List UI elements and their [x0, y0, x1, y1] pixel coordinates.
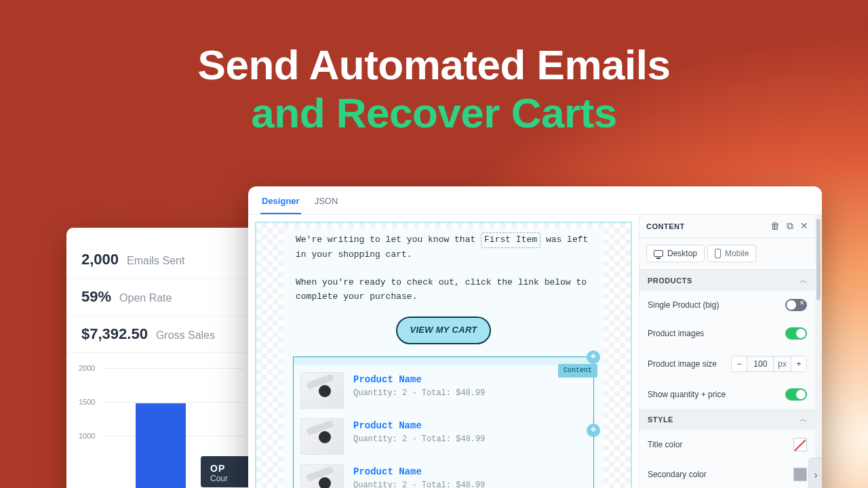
section-style-header[interactable]: STYLE ︿: [639, 409, 815, 430]
view-my-cart-button[interactable]: VIEW MY CART: [396, 317, 491, 344]
product-row[interactable]: Product Name Quantity: 2 - Total: $48.99: [294, 411, 593, 458]
toggle-product-images[interactable]: [785, 327, 807, 340]
stat-gross-sales: $7,392.50 Gross Sales: [66, 316, 256, 353]
product-title: Product Name: [353, 464, 485, 479]
stepper-minus-button[interactable]: −: [732, 357, 747, 371]
stat-label: Open Rate: [119, 292, 172, 304]
chevron-up-icon: ︿: [800, 414, 808, 424]
product-meta: Quantity: 2 - Total: $48.99: [353, 479, 485, 488]
duplicate-icon[interactable]: ⧉: [787, 220, 793, 232]
label: Secondary color: [648, 470, 707, 479]
device-desktop-button[interactable]: Desktop: [646, 245, 705, 262]
product-title: Product Name: [353, 372, 485, 387]
stat-label: Gross Sales: [156, 329, 215, 342]
label: STYLE: [648, 415, 673, 424]
control-product-image-size: Product image size − 100 px +: [639, 348, 815, 380]
color-swatch-secondary[interactable]: [793, 468, 807, 481]
control-show-qty-price: Show quantity + price: [639, 380, 815, 409]
move-handle-icon[interactable]: ✥: [587, 350, 600, 364]
y-tick: 1500: [79, 398, 95, 406]
stepper-value[interactable]: 100: [747, 357, 774, 371]
close-icon[interactable]: ✕: [800, 220, 808, 232]
device-mobile-button[interactable]: Mobile: [707, 245, 756, 262]
merge-token-first-item[interactable]: First Item: [481, 232, 540, 248]
label: Desktop: [667, 249, 697, 258]
tooltip-title: OP: [210, 463, 251, 474]
email-body[interactable]: We're writing to let you know that First…: [283, 228, 604, 488]
chart-bar: [136, 403, 186, 488]
section-products-header[interactable]: PRODUCTS ︿: [639, 270, 815, 291]
device-toggle: Desktop Mobile: [639, 238, 815, 270]
email-paragraph: We're writing to let you know that First…: [296, 232, 591, 262]
headline-line-1: Send Automated Emails: [198, 41, 671, 88]
designer-panel: Designer JSON We're writing to let you k…: [248, 186, 822, 488]
stat-open-rate: 59% Open Rate: [66, 279, 256, 316]
product-title: Product Name: [353, 418, 485, 433]
marketing-headline: Send Automated Emails and Recover Carts: [0, 41, 868, 138]
control-single-product: Single Product (big): [639, 291, 815, 319]
image-size-stepper: − 100 px +: [731, 356, 807, 372]
color-swatch-title[interactable]: [793, 438, 807, 451]
product-thumbnail: [300, 464, 344, 488]
stat-value: 2,000: [81, 251, 119, 268]
designer-tabs: Designer JSON: [248, 186, 822, 215]
stepper-unit: px: [774, 357, 791, 371]
headline-line-2: and Recover Carts: [251, 89, 616, 136]
label: Single Product (big): [648, 300, 719, 310]
stat-value: 59%: [81, 288, 111, 306]
control-secondary-color: Secondary color: [639, 460, 815, 488]
bar-chart: 2000 1500 1000 OP Cour: [79, 363, 244, 488]
label: Show quantity + price: [648, 390, 726, 399]
tooltip-sub: Cour: [210, 474, 251, 483]
label: PRODUCTS: [648, 277, 692, 285]
stats-card: 2,000 Emails Sent 59% Open Rate $7,392.5…: [66, 228, 256, 488]
control-product-images: Product images: [639, 319, 815, 348]
label: Product images: [648, 329, 704, 338]
scrollbar-thumb[interactable]: [816, 219, 821, 300]
y-tick: 2000: [79, 364, 95, 372]
desktop-icon: [654, 250, 663, 257]
collapse-sidebar-button[interactable]: ›: [808, 458, 822, 488]
canvas-column: We're writing to let you know that First…: [248, 215, 639, 488]
sidebar-title: CONTENT: [646, 222, 685, 230]
mobile-icon: [715, 249, 721, 258]
stat-emails-sent: 2,000 Emails Sent: [66, 241, 256, 279]
content-chip: Content: [558, 364, 597, 378]
workbench: We're writing to let you know that First…: [248, 215, 822, 488]
email-canvas[interactable]: We're writing to let you know that First…: [255, 222, 632, 488]
properties-sidebar: CONTENT 🗑 ⧉ ✕ Desktop Mobile: [639, 215, 822, 488]
toggle-show-qty-price[interactable]: [785, 388, 807, 401]
y-tick: 1000: [79, 432, 95, 440]
block-header-bar: [294, 357, 593, 365]
product-meta: Quantity: 2 - Total: $48.99: [353, 433, 485, 446]
chevron-up-icon: ︿: [800, 275, 808, 285]
toggle-single-product[interactable]: [785, 299, 807, 311]
products-block[interactable]: ✥ Content ✥ Product Name Quantity: 2 - T…: [293, 357, 594, 488]
product-row[interactable]: Product Name Quantity: 2 - Total: $48.99: [294, 365, 593, 411]
gridline: [103, 402, 244, 403]
tab-designer[interactable]: Designer: [260, 192, 301, 214]
sidebar-header: CONTENT 🗑 ⧉ ✕: [639, 215, 815, 238]
gridline: [103, 368, 244, 369]
stepper-plus-button[interactable]: +: [791, 357, 806, 371]
stat-label: Emails Sent: [127, 255, 184, 267]
text: We're writing to let you know that: [296, 235, 481, 245]
product-meta: Quantity: 2 - Total: $48.99: [353, 387, 485, 400]
delete-icon[interactable]: 🗑: [770, 220, 780, 232]
tab-json[interactable]: JSON: [313, 192, 340, 214]
product-row[interactable]: Product Name Quantity: 2 - Total: $48.99: [294, 458, 593, 488]
control-title-color: Title color: [639, 430, 815, 460]
product-thumbnail: [300, 372, 344, 409]
label: Product image size: [648, 359, 717, 369]
sidebar-scrollbar[interactable]: [815, 215, 822, 488]
label: Mobile: [725, 249, 749, 258]
email-paragraph: When you're ready to check out, click th…: [296, 276, 591, 304]
drag-handle-icon[interactable]: ✥: [587, 424, 600, 437]
stat-value: $7,392.50: [81, 325, 148, 343]
product-thumbnail: [300, 418, 344, 455]
label: Title color: [648, 440, 683, 449]
